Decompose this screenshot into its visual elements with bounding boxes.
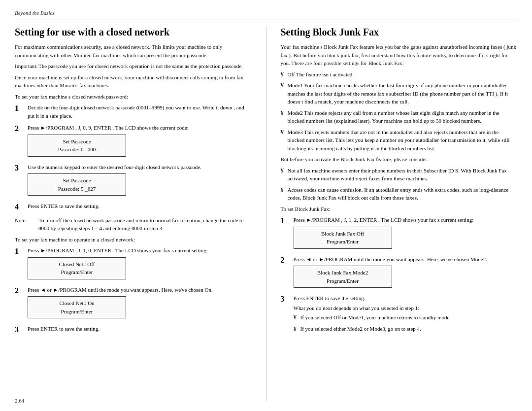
net-step-2-number: 2: [15, 286, 25, 296]
lcd1-line2: Passcode: 0 _000: [33, 145, 121, 154]
final-text-0: If you selected Off or Mode1, your machi…: [300, 313, 518, 322]
step-4-number: 4: [15, 202, 25, 212]
final-char-1: ¥: [294, 325, 300, 333]
to-set-network: To set your fax machine to operate in a …: [15, 236, 252, 244]
right-lcd1-line1: Block Junk Fax:Off: [299, 230, 387, 238]
bullet-char-3: ¥: [281, 128, 288, 137]
consider-text-0: Not all fax machine owners enter their p…: [288, 167, 518, 183]
to-set-password: To set your fax machine s closed network…: [15, 93, 252, 101]
bullet-text-1: Mode1 Your fax machine checks whether th…: [288, 81, 518, 106]
lcd3-line2: Program/Enter: [33, 268, 121, 276]
bullet-char-2: ¥: [281, 109, 288, 117]
right-lcd2-line1: Block Junk Fax:Mode2: [299, 269, 387, 277]
right-step-3: 3 Press ENTER to save the setting. What …: [281, 294, 518, 336]
step-2-content: Press ►/PROGRAM , J, 0, 9, ENTER . The L…: [28, 124, 252, 159]
step-4-content: Press ENTER to save the setting.: [28, 202, 252, 210]
lcd4-line1: Closed Net.: On: [33, 299, 121, 308]
right-title: Setting Block Junk Fax: [281, 26, 518, 38]
right-column: Setting Block Junk Fax Your fax machine …: [266, 26, 518, 401]
step-1: 1 Decide on the four-digit closed networ…: [15, 103, 252, 120]
right-step-1-content: Press ►/PROGRAM , J, 1, 2, ENTER . The L…: [294, 216, 518, 251]
bullet-text-0: Off The feature isn t activated.: [288, 70, 518, 79]
net-step-2: 2 Press ◄ or ►/PROGRAM until the mode yo…: [15, 286, 252, 321]
breadcrumb: Beyond the Basics: [15, 10, 517, 16]
step-4: 4 Press ENTER to save the setting.: [15, 202, 252, 212]
bullet-text-2: Mode2 This mode rejects any call from a …: [288, 109, 518, 125]
right-lcd-display-2: Block Junk Fax:Mode2 Program/Enter: [294, 266, 392, 288]
bullet-char-0: ¥: [281, 70, 288, 79]
page-number: 2.64: [15, 398, 24, 404]
step-1-content: Decide on the four-digit closed network …: [28, 103, 252, 120]
lcd-display-3: Closed Net.: Off Program/Enter: [28, 257, 126, 279]
bullet-mode2: ¥ Mode2 This mode rejects any call from …: [281, 109, 518, 125]
step-1-number: 1: [15, 103, 25, 114]
step-3: 3 Use the numeric keypad to enter the de…: [15, 163, 252, 199]
divider: [15, 20, 517, 20]
consider-char-1: ¥: [281, 186, 288, 194]
final-char-0: ¥: [294, 313, 300, 322]
lcd-display-1: Set Passcode Passcode: 0 _000: [28, 135, 126, 157]
bullet-mode1: ¥ Mode1 Your fax machine checks whether …: [281, 81, 518, 106]
bullet-off: ¥ Off The feature isn t activated.: [281, 70, 518, 79]
consider-bullet-0: ¥ Not all fax machine owners enter their…: [281, 167, 518, 183]
lcd-display-4: Closed Net.: On Program/Enter: [28, 296, 126, 318]
consider-bullet-1: ¥ Access codes can cause confusion. If a…: [281, 186, 518, 202]
important-text: The passcode you use for closed network …: [38, 62, 252, 70]
note-text: To turn off the closed network passcode …: [38, 216, 252, 233]
step-2-number: 2: [15, 124, 25, 134]
final-bullet-0: ¥ If you selected Off or Mode1, your mac…: [294, 313, 518, 322]
net-step-2-content: Press ◄ or ►/PROGRAM until the mode you …: [28, 286, 252, 321]
consider-text-1: Access codes can cause confusion. If an …: [288, 186, 518, 202]
important-row: Important: The passcode you use for clos…: [15, 62, 252, 70]
right-intro: Your fax machine s Block Junk Fax featur…: [281, 43, 518, 68]
net-step-3-content: Press ENTER to save the setting.: [28, 325, 252, 333]
net-step-3: 3 Press ENTER to save the setting.: [15, 325, 252, 335]
right-step-2-content: Press ◄ or ►/PROGRAM until the mode you …: [294, 255, 518, 291]
right-lcd-display-1: Block Junk Fax:Off Program/Enter: [294, 227, 392, 249]
once-text: Once your machine is set up for a closed…: [15, 73, 252, 90]
right-step-3-number: 3: [281, 294, 291, 305]
note-label: Note:: [15, 216, 38, 233]
lcd1-line1: Set Passcode: [33, 137, 121, 146]
bullet-mode3: ¥ Mode3 This rejects numbers that are no…: [281, 128, 518, 153]
step-2: 2 Press ►/PROGRAM , J, 0, 9, ENTER . The…: [15, 124, 252, 159]
bullet-text-3: Mode3 This rejects numbers that are not …: [288, 128, 518, 153]
left-title: Setting for use with a closed network: [15, 26, 252, 38]
left-intro: For maximum communications security, use…: [15, 43, 252, 59]
right-step-2-number: 2: [281, 255, 291, 266]
lcd-display-2: Set Passcode Passcode: 5 _627: [28, 173, 126, 196]
to-set-block: To set Block Junk Fax:: [281, 205, 518, 213]
left-column: Setting for use with a closed network Fo…: [15, 26, 252, 401]
right-step-3-content: Press ENTER to save the setting. What yo…: [294, 294, 518, 336]
step-3-number: 3: [15, 163, 25, 173]
right-step-1: 1 Press ►/PROGRAM , J, 1, 2, ENTER . The…: [281, 216, 518, 251]
consider-char-0: ¥: [281, 167, 288, 175]
lcd3-line1: Closed Net.: Off: [33, 260, 121, 269]
net-step-1-number: 1: [15, 246, 25, 257]
lcd2-line2: Passcode: 5 _627: [33, 185, 121, 193]
note-row: Note: To turn off the closed network pas…: [15, 216, 252, 233]
net-step-3-number: 3: [15, 325, 25, 335]
but-before: But before you activate the Block Junk F…: [281, 155, 518, 164]
final-bullet-1: ¥ If you selected either Mode2 or Mode3,…: [294, 325, 518, 333]
important-label: Important:: [15, 62, 38, 70]
bullet-char-1: ¥: [281, 81, 288, 90]
final-text-1: If you selected either Mode2 or Mode3, g…: [300, 325, 518, 333]
lcd4-line2: Program/Enter: [33, 308, 121, 316]
net-step-1: 1 Press ►/PROGRAM , J, 1, 0, ENTER . The…: [15, 246, 252, 282]
right-step-1-number: 1: [281, 216, 291, 226]
right-lcd1-line2: Program/Enter: [299, 238, 387, 246]
step-3-content: Use the numeric keypad to enter the desi…: [28, 163, 252, 199]
right-step-2: 2 Press ◄ or ►/PROGRAM until the mode yo…: [281, 255, 518, 291]
lcd2-line1: Set Passcode: [33, 176, 121, 185]
right-lcd2-line2: Program/Enter: [299, 277, 387, 285]
net-step-1-content: Press ►/PROGRAM , J, 1, 0, ENTER . The L…: [28, 246, 252, 282]
page: Beyond the Basics Setting for use with a…: [0, 0, 532, 411]
